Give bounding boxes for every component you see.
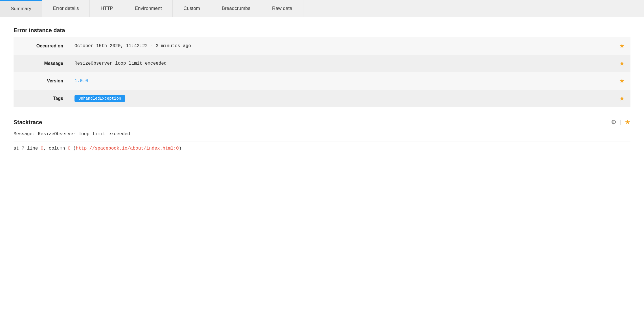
label-occurred-on: Occurred on <box>14 37 70 55</box>
star-icon[interactable]: ★ <box>619 77 625 84</box>
table-row: Occurred on October 15th 2020, 11:42:22 … <box>14 37 630 55</box>
error-instance-heading: Error instance data <box>14 27 630 34</box>
star-icon[interactable]: ★ <box>619 60 625 67</box>
star-version[interactable]: ★ <box>615 72 630 90</box>
stacktrace-section: Stacktrace ⚙ | ★ Message: ResizeObserver… <box>14 119 630 151</box>
label-tags: Tags <box>14 90 70 107</box>
stacktrace-title: Stacktrace <box>14 119 42 126</box>
stacktrace-header: Stacktrace ⚙ | ★ <box>14 119 630 126</box>
tab-breadcrumbs[interactable]: Breadcrumbs <box>211 0 261 17</box>
stacktrace-message: Message: ResizeObserver loop limit excee… <box>14 132 630 137</box>
tab-environment[interactable]: Environment <box>124 0 173 17</box>
tab-bar: Summary Error details HTTP Environment C… <box>0 0 644 17</box>
stack-line-num: 0 <box>41 146 43 151</box>
tag-badge[interactable]: UnhandledException <box>75 95 125 102</box>
stacktrace-icons: ⚙ | ★ <box>611 119 630 126</box>
stack-prefix: at ? line <box>14 146 41 151</box>
star-icon[interactable]: ★ <box>619 95 625 102</box>
main-content: Error instance data Occurred on October … <box>0 17 644 171</box>
table-row: Version 1.0.0 ★ <box>14 72 630 90</box>
tab-http[interactable]: HTTP <box>90 0 124 17</box>
error-instance-table: Occurred on October 15th 2020, 11:42:22 … <box>14 37 630 107</box>
star-message[interactable]: ★ <box>615 55 630 72</box>
star-icon[interactable]: ★ <box>625 119 630 126</box>
stack-url: http://spacebook.io/about/index.html:0 <box>76 146 179 151</box>
table-row: Message ResizeObserver loop limit exceed… <box>14 55 630 72</box>
stacktrace-line: at ? line 0, column 0 (http://spacebook.… <box>14 146 630 151</box>
version-link[interactable]: 1.0.0 <box>75 78 88 84</box>
value-tags: UnhandledException <box>70 90 615 107</box>
value-message: ResizeObserver loop limit exceeded <box>70 55 615 72</box>
gear-icon[interactable]: ⚙ <box>611 119 617 126</box>
value-occurred-on: October 15th 2020, 11:42:22 - 3 minutes … <box>70 37 615 55</box>
stack-col-num: 0 <box>68 146 71 151</box>
label-version: Version <box>14 72 70 90</box>
error-instance-section: Error instance data Occurred on October … <box>14 27 630 107</box>
vertical-divider: | <box>620 119 621 126</box>
tab-custom[interactable]: Custom <box>173 0 211 17</box>
star-occurred-on[interactable]: ★ <box>615 37 630 55</box>
star-icon[interactable]: ★ <box>619 42 625 49</box>
tab-summary[interactable]: Summary <box>0 0 42 17</box>
stack-url-suffix: ) <box>179 146 182 151</box>
stacktrace-divider <box>14 141 630 141</box>
star-tags[interactable]: ★ <box>615 90 630 107</box>
label-message: Message <box>14 55 70 72</box>
stack-col-prefix: , column <box>43 146 68 151</box>
table-row: Tags UnhandledException ★ <box>14 90 630 107</box>
value-version: 1.0.0 <box>70 72 615 90</box>
main-container: Summary Error details HTTP Environment C… <box>0 0 644 311</box>
stack-url-prefix: ( <box>71 146 76 151</box>
tab-raw-data[interactable]: Raw data <box>261 0 303 17</box>
tab-error-details[interactable]: Error details <box>42 0 90 17</box>
